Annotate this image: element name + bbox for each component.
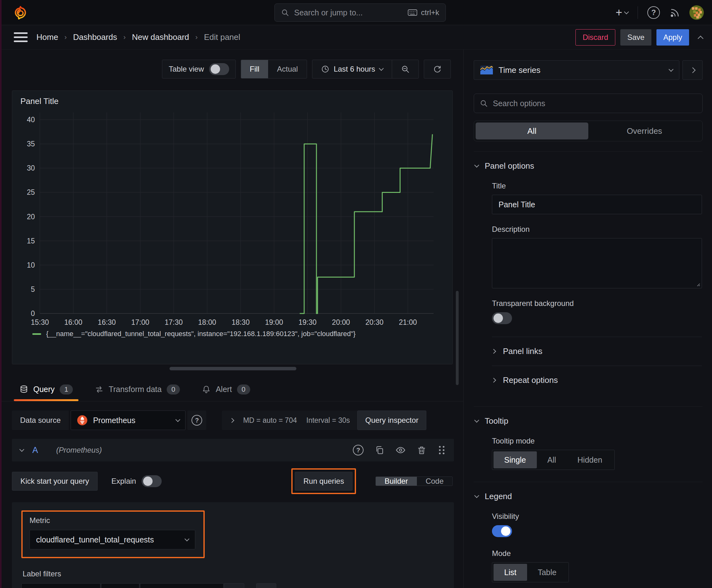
- duplicate-icon[interactable]: [375, 445, 384, 455]
- operator-dropdown[interactable]: =: [101, 583, 139, 588]
- data-source-help-button[interactable]: ?: [188, 411, 206, 430]
- actual-option[interactable]: Actual: [268, 60, 307, 78]
- prometheus-icon: [77, 415, 88, 426]
- table-view-toggle[interactable]: [209, 63, 229, 75]
- fill-option[interactable]: Fill: [241, 60, 268, 78]
- svg-text:18:30: 18:30: [232, 318, 250, 327]
- breadcrumb-dashboards[interactable]: Dashboards: [73, 33, 117, 42]
- visualization-name: Time series: [498, 65, 540, 75]
- svg-text:16:00: 16:00: [64, 318, 83, 327]
- query-options-summary[interactable]: MD = auto = 704 Interval = 30s: [222, 411, 358, 430]
- time-range-picker[interactable]: Last 6 hours: [312, 60, 392, 78]
- legend-header[interactable]: Legend: [475, 491, 702, 501]
- apply-button[interactable]: Apply: [656, 29, 689, 45]
- repeat-options-row[interactable]: Repeat options: [492, 365, 702, 395]
- save-button[interactable]: Save: [620, 29, 651, 45]
- query-help-icon[interactable]: ?: [353, 445, 364, 456]
- panel-options-pane: Time series Search options All Overrides: [463, 50, 712, 588]
- breadcrumb-bar: Home › Dashboards › New dashboard › Edit…: [0, 25, 712, 50]
- panel-title[interactable]: Panel Title: [19, 95, 446, 109]
- svg-text:16:30: 16:30: [98, 318, 116, 327]
- pane-resize-handle[interactable]: [170, 367, 296, 370]
- tab-alert[interactable]: Alert 0: [201, 378, 252, 401]
- breadcrumb-home[interactable]: Home: [37, 33, 58, 42]
- zoom-out-button[interactable]: [392, 60, 418, 78]
- discard-button[interactable]: Discard: [576, 29, 615, 45]
- add-filter-button[interactable]: +: [256, 583, 276, 588]
- tab-transform-data[interactable]: Transform data 0: [93, 378, 181, 401]
- new-dashboard-button[interactable]: +: [616, 7, 628, 18]
- main-split: Table view Fill Actual Last 6 hours: [0, 50, 712, 588]
- svg-text:0: 0: [31, 309, 35, 318]
- interval: Interval = 30s: [306, 416, 350, 425]
- collapse-header-button[interactable]: [697, 36, 703, 41]
- chevron-down-icon: [624, 9, 629, 14]
- description-textarea[interactable]: [492, 238, 702, 288]
- menu-toggle-button[interactable]: [14, 33, 28, 42]
- panel-links-row[interactable]: Panel links: [492, 337, 702, 365]
- drag-handle-icon[interactable]: [438, 445, 446, 455]
- tooltip-all[interactable]: All: [537, 451, 567, 468]
- query-row-header[interactable]: A (Prometheus) ?: [12, 439, 454, 461]
- panel-preview-card: Panel Title 051015202530354015:3016:0016…: [12, 90, 453, 364]
- user-avatar[interactable]: [689, 5, 704, 20]
- tab-all[interactable]: All: [476, 123, 588, 140]
- builder-code-segment: Builder Code: [375, 477, 453, 486]
- data-source-row: Data source Prometheus ?: [12, 411, 454, 430]
- alert-count-badge: 0: [237, 384, 250, 395]
- series-label[interactable]: {__name__="cloudflared_tunnel_total_requ…: [46, 330, 356, 338]
- panel-options-header[interactable]: Panel options: [475, 161, 702, 171]
- run-queries-button[interactable]: Run queries: [295, 472, 352, 491]
- code-option[interactable]: Code: [417, 477, 452, 486]
- scrollbar-thumb[interactable]: [456, 291, 459, 385]
- tooltip-hidden[interactable]: Hidden: [567, 451, 613, 468]
- refresh-button[interactable]: [424, 60, 451, 78]
- tooltip-mode-segment: Single All Hidden: [492, 450, 615, 470]
- data-source-picker[interactable]: Prometheus: [71, 411, 186, 430]
- max-data-points: MD = auto = 704: [243, 416, 297, 425]
- explain-control: Explain: [111, 475, 162, 487]
- global-search-input[interactable]: Search or jump to... ctrl+k: [274, 3, 446, 22]
- screen-edge-strip: [0, 0, 2, 588]
- clock-icon: [321, 65, 329, 73]
- svg-text:25: 25: [27, 188, 35, 196]
- tooltip-header[interactable]: Tooltip: [475, 416, 702, 426]
- visualization-row: Time series: [474, 60, 703, 80]
- kick-start-button[interactable]: Kick start your query: [12, 472, 98, 491]
- help-button[interactable]: ?: [647, 6, 660, 19]
- explain-toggle[interactable]: [142, 475, 162, 487]
- visualization-picker[interactable]: Time series: [474, 60, 679, 80]
- tab-query[interactable]: Query 1: [18, 378, 74, 401]
- eye-icon[interactable]: [395, 445, 406, 455]
- mode-list[interactable]: List: [494, 564, 527, 581]
- resize-grip-icon[interactable]: [695, 282, 700, 287]
- breadcrumb-new-dashboard[interactable]: New dashboard: [132, 33, 189, 42]
- chevron-down-icon: [379, 66, 384, 71]
- select-value-dropdown[interactable]: Select value: [140, 583, 223, 588]
- tab-overrides[interactable]: Overrides: [588, 123, 701, 140]
- trash-icon[interactable]: [417, 445, 426, 455]
- select-label-dropdown[interactable]: Select label: [21, 583, 101, 588]
- chevron-right-icon: [230, 418, 235, 423]
- search-options-input[interactable]: Search options: [474, 93, 703, 113]
- remove-filter-button[interactable]: ✕: [224, 583, 244, 588]
- time-series-chart[interactable]: 051015202530354015:3016:0016:3017:0017:3…: [19, 109, 446, 329]
- collapse-query-icon[interactable]: [19, 447, 24, 452]
- breadcrumb-edit-panel: Edit panel: [204, 33, 240, 42]
- transparent-bg-toggle[interactable]: [492, 312, 512, 324]
- visibility-label: Visibility: [492, 512, 702, 521]
- builder-option[interactable]: Builder: [376, 477, 417, 486]
- news-rss-icon[interactable]: [669, 7, 680, 18]
- legend-visibility-toggle[interactable]: [492, 525, 512, 537]
- tooltip-single[interactable]: Single: [494, 451, 537, 468]
- refresh-group: [424, 60, 451, 79]
- series-color-dash[interactable]: [33, 333, 41, 335]
- viz-suggestions-button[interactable]: [683, 60, 703, 80]
- query-inspector-button[interactable]: Query inspector: [357, 411, 426, 430]
- metric-highlight-box: Metric cloudflared_tunnel_total_requests: [21, 510, 205, 558]
- mode-table[interactable]: Table: [527, 564, 567, 581]
- title-input[interactable]: Panel Title: [492, 195, 702, 214]
- grafana-logo-icon[interactable]: [13, 5, 28, 20]
- time-series-viz-icon: [480, 65, 493, 75]
- metric-select[interactable]: cloudflared_tunnel_total_requests: [29, 530, 195, 549]
